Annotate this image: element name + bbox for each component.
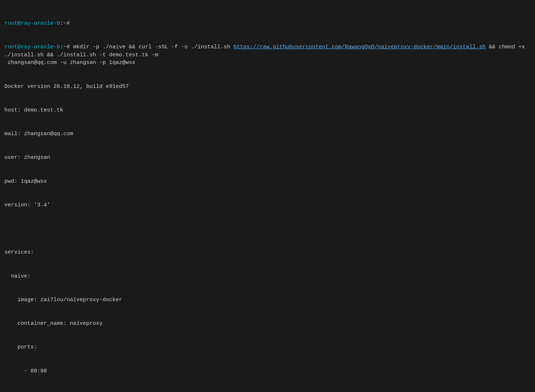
line-user: user: zhangsan bbox=[4, 154, 531, 162]
line-mkdir-command: root@ray-oracle-b:~# mkdir -p ./naive &&… bbox=[4, 43, 531, 67]
line-pwd: pwd: 1qaz@wsx bbox=[4, 178, 531, 186]
line-services: services: bbox=[4, 248, 531, 256]
line-ports: ports: bbox=[4, 343, 531, 351]
line-host: host: demo.test.tk bbox=[4, 106, 531, 114]
line-docker-version: Docker version 20.10.12, build e91ed57 bbox=[4, 83, 531, 91]
line-container-name: container_name: naiveproxy bbox=[4, 320, 531, 328]
line-version: version: '3.4' bbox=[4, 201, 531, 209]
line-image: image: zai7lou/naiveproxy-docker bbox=[4, 296, 531, 304]
empty-line-1 bbox=[4, 225, 531, 233]
line-mail: mail: zhangsan@qq.com bbox=[4, 130, 531, 138]
line-port-80: - 80:80 bbox=[4, 367, 531, 375]
terminal-window: root@ray-oracle-b:~# root@ray-oracle-b:~… bbox=[0, 0, 535, 392]
line-prompt: root@ray-oracle-b:~# bbox=[4, 20, 531, 28]
line-naive: naive: bbox=[4, 272, 531, 280]
